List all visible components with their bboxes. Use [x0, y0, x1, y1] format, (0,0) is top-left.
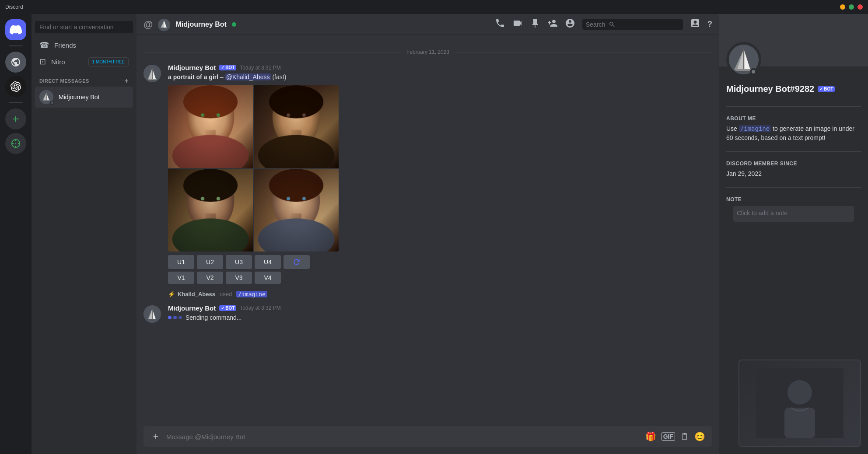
message-group-1: Midjourney Bot ✓ BOT Today at 3:31 PM a …: [144, 62, 712, 286]
note-placeholder: Click to add a note: [737, 210, 788, 217]
bot-avatar-2: [144, 305, 161, 323]
about-me-section: ABOUT ME Use /imagine to generate an ima…: [726, 115, 861, 143]
message-input[interactable]: [166, 433, 640, 440]
message-author-1: Midjourney Bot: [168, 64, 216, 71]
variation-4-btn[interactable]: V4: [255, 272, 281, 284]
icon-bar: +: [0, 14, 32, 454]
dm-add-btn[interactable]: +: [124, 77, 129, 85]
system-icon: ⚡: [168, 291, 175, 297]
system-command: /imagine: [236, 291, 267, 297]
add-friend-btn[interactable]: [547, 18, 558, 31]
date-divider-text: February 11, 2023: [406, 49, 449, 55]
icon-bar-divider-2: [9, 102, 23, 103]
refresh-btn[interactable]: [284, 255, 310, 269]
title-bar-controls: [840, 4, 863, 10]
date-divider: February 11, 2023: [144, 49, 712, 55]
member-since-date: Jan 29, 2022: [726, 169, 861, 178]
variation-3-btn[interactable]: V3: [226, 272, 252, 284]
profile-divider-3: [726, 187, 861, 188]
discord-home-btn[interactable]: [5, 19, 26, 40]
portrait-image-2[interactable]: [254, 85, 339, 168]
emoji-icon[interactable]: 😊: [694, 431, 705, 442]
close-btn[interactable]: [858, 4, 863, 10]
chat-header-name: Midjourney Bot: [175, 21, 226, 28]
friends-icon: ☎: [39, 40, 49, 50]
bot-avatar-1: [144, 65, 161, 82]
gif-icon[interactable]: GIF: [662, 432, 675, 441]
inbox-btn[interactable]: [690, 18, 700, 31]
upscale-1-btn[interactable]: U1: [168, 255, 194, 269]
system-user: Khalid_Abess: [178, 291, 215, 297]
profile-bot-badge: ✓ BOT: [818, 86, 835, 92]
member-since-title: DISCORD MEMBER SINCE: [726, 161, 861, 167]
nitro-nav-item[interactable]: ⊡ Nitro 1 MONTH FREE: [35, 53, 133, 70]
upscale-2-btn[interactable]: U2: [197, 255, 223, 269]
nitro-badge-text: 1 MONTH FREE: [92, 59, 125, 64]
svg-rect-11: [735, 69, 752, 71]
bot-badge-text-1: BOT: [225, 65, 234, 70]
profile-header: [719, 14, 868, 66]
profile-btn[interactable]: [565, 18, 575, 31]
help-btn[interactable]: ?: [707, 20, 712, 29]
video-content: [739, 360, 860, 446]
member-since-section: DISCORD MEMBER SINCE Jan 29, 2022: [726, 161, 861, 178]
openai-btn[interactable]: [5, 76, 26, 97]
profile-status-dot: [750, 68, 757, 75]
maximize-btn[interactable]: [849, 4, 854, 10]
nitro-badge: 1 MONTH FREE: [88, 57, 129, 66]
globe-server-btn[interactable]: [5, 52, 26, 73]
date-divider-line-left: [144, 52, 401, 52]
svg-point-13: [788, 380, 812, 405]
note-section: NOTE Click to add a note: [726, 196, 861, 225]
portrait-image-3[interactable]: [168, 169, 253, 251]
gift-icon[interactable]: 🎁: [645, 431, 656, 442]
system-action: used: [220, 291, 232, 297]
bot-check-icon: ✓: [221, 65, 224, 70]
profile-name: Midjourney Bot#9282: [726, 84, 814, 94]
about-text-1: Use: [726, 125, 737, 132]
note-title: NOTE: [726, 196, 861, 203]
portrait-image-1[interactable]: [168, 85, 253, 168]
icon-bar-divider: [9, 45, 23, 46]
explore-btn[interactable]: [5, 133, 26, 154]
search-area: Find or start a conversation: [32, 14, 136, 37]
variation-2-btn[interactable]: V2: [197, 272, 223, 284]
fast-tag: (fast): [272, 73, 286, 80]
sticker-icon[interactable]: 🗒: [680, 432, 689, 442]
attachment-btn[interactable]: +: [150, 431, 161, 442]
message-content-1: Midjourney Bot ✓ BOT Today at 3:31 PM a …: [168, 64, 712, 284]
minimize-btn[interactable]: [840, 4, 845, 10]
search-bar[interactable]: Search: [582, 19, 683, 30]
portrait-image-4[interactable]: [254, 169, 339, 251]
message-text-1: a portrait of a girl – @Khalid_Abess (fa…: [168, 73, 712, 82]
find-conversation-input[interactable]: Find or start a conversation: [35, 21, 133, 33]
at-icon: @: [144, 19, 153, 30]
at-mention[interactable]: @Khalid_Abess: [225, 73, 271, 80]
call-btn[interactable]: [495, 18, 505, 31]
message-header-1: Midjourney Bot ✓ BOT Today at 3:31 PM: [168, 64, 712, 71]
video-btn[interactable]: [512, 18, 523, 31]
title-bar: Discord: [0, 0, 868, 14]
image-grid[interactable]: [168, 85, 339, 251]
search-text: Search: [586, 21, 605, 28]
profile-name-row: Midjourney Bot#9282 ✓ BOT: [726, 84, 861, 94]
action-buttons-row2: V1 V2 V3 V4: [168, 272, 712, 284]
header-avatar: [158, 19, 170, 31]
note-input[interactable]: Click to add a note: [733, 206, 854, 222]
chat-messages: February 11, 2023 Midjourney Bot: [136, 35, 719, 423]
friends-nav-item[interactable]: ☎ Friends: [35, 37, 133, 53]
profile-divider-1: [726, 106, 861, 107]
add-server-btn[interactable]: +: [5, 108, 26, 129]
friends-label: Friends: [54, 42, 76, 49]
message-content-2: Midjourney Bot ✓ BOT Today at 3:32 PM: [168, 304, 712, 326]
svg-rect-14: [784, 408, 815, 438]
dm-sidebar: Find or start a conversation ☎ Friends ⊡…: [32, 14, 136, 454]
upscale-4-btn[interactable]: U4: [255, 255, 281, 269]
variation-1-btn[interactable]: V1: [168, 272, 194, 284]
chat-header: @ Midjourney Bot: [136, 14, 719, 35]
dm-user-midjourney[interactable]: Midjourney Bot: [35, 87, 133, 108]
upscale-3-btn[interactable]: U3: [226, 255, 252, 269]
chat-header-right: Search ?: [495, 18, 712, 31]
pin-btn[interactable]: [530, 18, 540, 31]
midjourney-avatar-small: [39, 90, 53, 104]
